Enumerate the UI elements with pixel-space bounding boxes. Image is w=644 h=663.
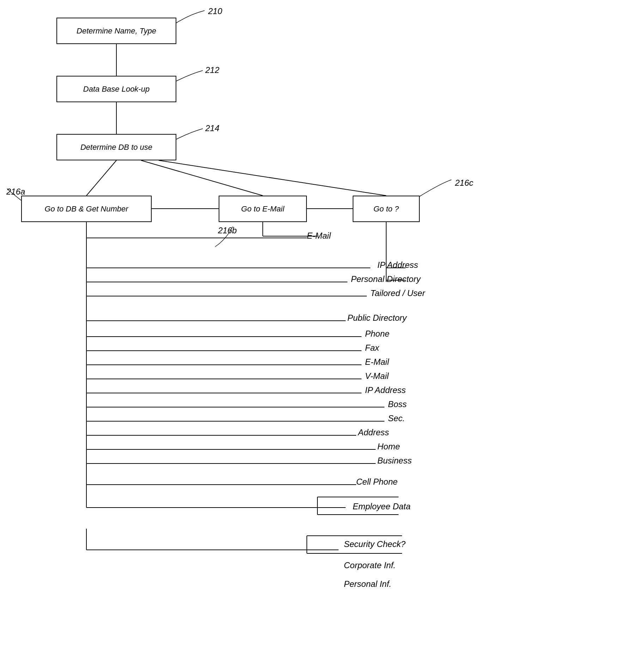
label-vmail: V-Mail bbox=[365, 371, 389, 381]
box-determine-db: Determine DB to use bbox=[56, 134, 176, 160]
box-216a-label: Go to DB & Get Number bbox=[44, 204, 128, 214]
label-email: E-Mail bbox=[307, 231, 331, 241]
box-database-lookup: Data Base Look-up bbox=[56, 76, 176, 102]
label-business: Business bbox=[377, 456, 412, 466]
label-personal-directory: Personal Directory bbox=[351, 274, 420, 284]
label-tailored-user: Tailored / User bbox=[370, 288, 425, 298]
label-security-check: Security Check? bbox=[344, 539, 406, 549]
ref-214: 214 bbox=[205, 123, 219, 133]
label-address: Address bbox=[358, 428, 389, 437]
label-ip-address2: IP Address bbox=[365, 385, 406, 395]
box-212-label: Data Base Look-up bbox=[83, 85, 150, 94]
label-ip-address: IP Address bbox=[377, 260, 418, 270]
box-210-label: Determine Name, Type bbox=[77, 26, 156, 36]
ref-212: 212 bbox=[205, 65, 219, 75]
box-goto-db-get-number: Go to DB & Get Number bbox=[21, 196, 152, 222]
label-sec: Sec. bbox=[388, 413, 405, 423]
ref-216c: 216c bbox=[455, 178, 473, 188]
box-goto-question: Go to ? bbox=[353, 196, 420, 222]
label-personal-inf: Personal Inf. bbox=[344, 579, 391, 589]
label-home: Home bbox=[377, 442, 400, 452]
ref-216b: 216b bbox=[218, 226, 237, 235]
box-216c-label: Go to ? bbox=[373, 204, 399, 214]
label-employee-data: Employee Data bbox=[353, 502, 411, 511]
label-fax: Fax bbox=[365, 343, 379, 353]
svg-line-2 bbox=[86, 160, 116, 196]
box-determine-name-type: Determine Name, Type bbox=[56, 18, 176, 44]
box-goto-email: Go to E-Mail bbox=[219, 196, 307, 222]
ref-210: 210 bbox=[208, 6, 222, 16]
box-216b-label: Go to E-Mail bbox=[241, 204, 284, 214]
label-cell-phone: Cell Phone bbox=[356, 477, 397, 487]
label-corporate-inf: Corporate Inf. bbox=[344, 560, 396, 570]
box-214-label: Determine DB to use bbox=[80, 143, 152, 152]
diagram-container: Determine Name, Type 210 Data Base Look-… bbox=[0, 0, 644, 663]
svg-line-4 bbox=[159, 160, 386, 196]
label-email2: E-Mail bbox=[365, 357, 389, 367]
label-boss: Boss bbox=[388, 399, 407, 409]
svg-line-3 bbox=[141, 160, 263, 196]
label-public-directory: Public Directory bbox=[347, 313, 407, 323]
ref-216a: 216a bbox=[6, 187, 25, 197]
label-phone: Phone bbox=[365, 329, 389, 339]
